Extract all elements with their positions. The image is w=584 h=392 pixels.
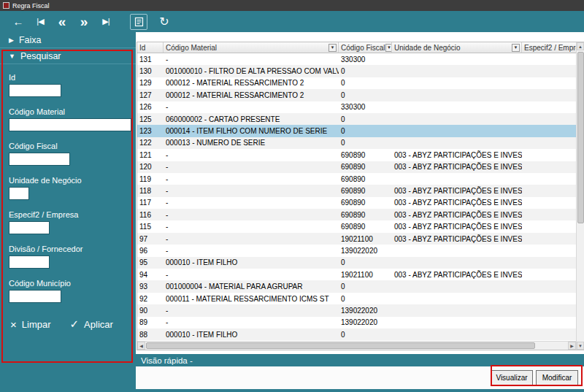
table-cell — [392, 65, 522, 77]
table-row[interactable]: 92000011 - MATERIAL RESSARCIMENTO ICMS S… — [137, 293, 576, 304]
table-row[interactable]: 119-690890 — [137, 173, 576, 185]
table-cell — [392, 328, 522, 340]
table-cell: 95 — [137, 257, 164, 269]
codigo-fiscal-label: Código Fiscal — [9, 142, 127, 150]
table-row[interactable]: 126-330300 — [137, 101, 576, 113]
table-row[interactable]: 96-139022020 — [137, 245, 576, 256]
table-row[interactable]: 121-690890003 - ABYZ PARTICIPAÇÕES E INV… — [137, 149, 576, 161]
scroll-up-icon[interactable]: ▲ — [577, 42, 584, 50]
table-row[interactable]: 129000012 - MATERIAL RESSARCIMENTO 20 — [137, 77, 576, 89]
vertical-scrollbar[interactable]: ▲ ▼ — [576, 42, 584, 350]
table-cell: - — [164, 304, 339, 316]
table-cell: 19021100 — [339, 233, 392, 245]
table-row[interactable]: 115-690890003 - ABYZ PARTICIPAÇÕES E INV… — [137, 220, 576, 232]
refresh-icon[interactable]: ↻ — [153, 11, 175, 32]
table-row[interactable]: 93001000004 - MATERIAL PARA AGRUPAR0 — [137, 280, 576, 292]
table-cell — [392, 245, 522, 256]
back-icon[interactable]: ← — [7, 11, 29, 32]
table-cell: 125 — [137, 113, 164, 125]
table-row[interactable]: 90-139022020 — [137, 304, 576, 316]
table-row[interactable]: 120-690890003 - ABYZ PARTICIPAÇÕES E INV… — [137, 161, 576, 173]
table-cell: 0 — [339, 280, 392, 292]
codigo-municipio-input[interactable] — [9, 290, 61, 303]
table-cell: 0 — [339, 125, 392, 137]
table-cell: 003 - ABYZ PARTICIPAÇÕES E INVESTIMENTOS… — [392, 269, 522, 280]
id-input[interactable] — [9, 84, 61, 97]
table-cell: 139022020 — [339, 245, 392, 256]
table-cell: 118 — [137, 185, 164, 196]
column-header-especif2[interactable]: Especif2 / Empre — [522, 42, 576, 53]
table-cell — [522, 113, 576, 125]
table-cell — [522, 53, 576, 65]
column-header-unidade-negocio[interactable]: Unidade de Negócio ▼ — [392, 42, 522, 53]
vertical-scroll-thumb[interactable] — [577, 52, 584, 223]
horizontal-scroll-thumb[interactable] — [146, 342, 535, 349]
table-cell — [392, 317, 522, 328]
table-cell: 0 — [339, 257, 392, 269]
table-row[interactable]: 88000010 - ITEM FILHO0 — [137, 328, 576, 340]
table-row[interactable]: 118-690890003 - ABYZ PARTICIPAÇÕES E INV… — [137, 185, 576, 196]
table-cell: 0 — [339, 293, 392, 304]
table-row[interactable]: 125060000002 - CARTAO PRESENTE0 — [137, 113, 576, 125]
table-row[interactable]: 123000014 - ITEM FILHO COM NUMERO DE SER… — [137, 125, 576, 137]
table-row[interactable]: 127000012 - MATERIAL RESSARCIMENTO 20 — [137, 89, 576, 101]
table-row[interactable]: 116-690890003 - ABYZ PARTICIPAÇÕES E INV… — [137, 209, 576, 220]
section-faixa[interactable]: ▶ Faixa — [0, 32, 136, 48]
table-cell: 003 - ABYZ PARTICIPAÇÕES E INVESTIMENTOS… — [392, 209, 522, 220]
limpar-button[interactable]: × Limpar — [10, 318, 51, 331]
codigo-municipio-label: Código Município — [9, 279, 127, 288]
codigo-material-input[interactable] — [9, 118, 131, 131]
filter-dropdown-icon[interactable]: ▼ — [512, 44, 520, 52]
table-row[interactable]: 117-690890003 - ABYZ PARTICIPAÇÕES E INV… — [137, 197, 576, 209]
table-cell — [522, 125, 576, 137]
table-cell: 123 — [137, 125, 164, 137]
table-cell: 126 — [137, 101, 164, 113]
report-icon[interactable] — [130, 14, 147, 30]
filter-dropdown-icon[interactable]: ▼ — [328, 44, 337, 52]
section-pesquisar[interactable]: ▼ Pesquisar — [0, 48, 136, 64]
especif2-empresa-input[interactable] — [9, 221, 50, 234]
table-cell: 000011 - MATERIAL RESSARCIMENTO ICMS ST — [164, 293, 339, 304]
title-bar: Regra Fiscal — [0, 0, 584, 11]
aplicar-button[interactable]: ✓ Aplicar — [70, 318, 113, 331]
table-cell: 690890 — [339, 209, 392, 220]
aplicar-label: Aplicar — [84, 319, 113, 330]
scroll-right-icon[interactable]: ▶ — [568, 342, 576, 350]
unidade-negocio-input[interactable] — [9, 187, 29, 200]
last-record-icon[interactable]: ▶| — [95, 11, 117, 32]
table-cell — [522, 245, 576, 256]
horizontal-scrollbar[interactable]: ◀ ▶ — [137, 341, 576, 350]
table-cell — [392, 137, 522, 149]
divisao-fornecedor-input[interactable] — [9, 255, 50, 269]
table-row[interactable]: 97-19021100003 - ABYZ PARTICIPAÇÕES E IN… — [137, 233, 576, 245]
table-cell: 330300 — [339, 53, 392, 65]
first-record-icon[interactable]: |◀ — [29, 11, 51, 32]
table-cell: - — [164, 197, 339, 209]
next-page-icon[interactable]: » — [73, 11, 95, 32]
scroll-left-icon[interactable]: ◀ — [137, 342, 145, 350]
column-header-codigo-fiscal[interactable]: Código Fiscal ▼ — [339, 42, 392, 53]
quick-view-bar[interactable]: Visão rápida - — [136, 354, 584, 366]
table-row[interactable]: 94-19021100003 - ABYZ PARTICIPAÇÕES E IN… — [137, 269, 576, 280]
table-cell — [522, 304, 576, 316]
table-row[interactable]: 131-330300 — [137, 53, 576, 65]
table-row[interactable]: 89-139022020 — [137, 317, 576, 328]
collapsed-arrow-icon: ▶ — [9, 36, 14, 44]
field-id: Id — [9, 73, 127, 97]
table-cell: - — [164, 185, 339, 196]
table-cell: 139022020 — [339, 317, 392, 328]
filter-dropdown-icon[interactable]: ▼ — [385, 44, 392, 52]
modificar-button[interactable]: Modificar — [536, 370, 578, 385]
table-cell: 000010 - ITEM FILHO — [164, 257, 339, 269]
table-row[interactable]: 95000010 - ITEM FILHO0 — [137, 257, 576, 269]
codigo-fiscal-input[interactable] — [9, 153, 70, 166]
previous-page-icon[interactable]: « — [51, 11, 73, 32]
visualizar-button[interactable]: Visualizar — [491, 370, 533, 385]
table-row[interactable]: 130001000010 - FILTRO DE ALTA PRESSAO CO… — [137, 65, 576, 77]
table-cell — [522, 317, 576, 328]
table-row[interactable]: 122000013 - NUMERO DE SERIE0 — [137, 137, 576, 149]
column-header-codigo-material[interactable]: Código Material ▼ — [164, 42, 339, 53]
table-cell: 330300 — [339, 101, 392, 113]
scroll-down-icon[interactable]: ▼ — [577, 342, 584, 350]
column-header-id[interactable]: Id — [137, 42, 164, 53]
